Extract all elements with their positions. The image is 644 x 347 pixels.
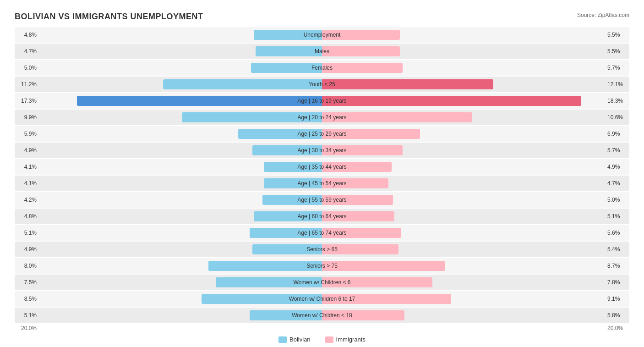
bars-center: Women w/ Children < 18: [38, 309, 606, 322]
bar-row: 11.2% Youth < 25 12.1%: [15, 77, 629, 92]
bar-left: [238, 129, 322, 139]
bar-pair: Age | 60 to 64 years: [38, 210, 606, 223]
bar-row: 5.1% Age | 65 to 74 years 5.6%: [15, 225, 629, 241]
bars-center: Age | 65 to 74 years: [38, 226, 606, 239]
bars-center: Age | 35 to 44 years: [38, 160, 606, 173]
bar-pair: Women w/ Children < 6: [38, 276, 606, 289]
bars-center: Age | 25 to 29 years: [38, 127, 606, 140]
bar-pair: Seniors > 75: [38, 259, 606, 272]
bars-center: Unemployment: [38, 28, 606, 41]
legend-bolivian-label: Bolivian: [289, 336, 311, 343]
right-value: 8.7%: [606, 263, 629, 269]
bar-left: [216, 277, 322, 287]
legend: Bolivian Immigrants: [15, 336, 629, 343]
bar-right: [322, 277, 432, 287]
bars-center: Women w/ Children < 6: [38, 276, 606, 289]
left-value: 11.2%: [15, 81, 38, 88]
bar-left: [251, 63, 322, 73]
right-value: 5.1%: [606, 213, 629, 220]
axis-left: 20.0%: [15, 325, 38, 331]
bars-center: Age | 45 to 54 years: [38, 177, 606, 190]
bar-right: [322, 145, 403, 155]
bars-center: Age | 20 to 24 years: [38, 111, 606, 124]
bar-left: [163, 79, 322, 89]
bar-pair: Age | 16 to 19 years: [38, 94, 606, 107]
right-value: 5.8%: [606, 312, 629, 319]
bar-row: 17.3% Age | 16 to 19 years 18.3%: [15, 93, 629, 109]
bar-right: [322, 46, 400, 56]
bar-row: 4.1% Age | 45 to 54 years 4.7%: [15, 176, 629, 191]
right-value: 18.3%: [606, 98, 629, 104]
bars-center: Age | 55 to 59 years: [38, 193, 606, 206]
chart-area: 4.8% Unemployment 5.5% 4.7% Males 5.5% 5…: [15, 27, 629, 323]
bar-pair: Age | 45 to 54 years: [38, 177, 606, 190]
bars-center: Age | 16 to 19 years: [38, 94, 606, 107]
right-value: 9.1%: [606, 296, 629, 302]
legend-immigrants: Immigrants: [325, 336, 366, 343]
bar-right: [322, 211, 394, 221]
bar-right: [322, 294, 451, 304]
bar-pair: Age | 30 to 34 years: [38, 144, 606, 157]
left-value: 5.9%: [15, 131, 38, 137]
bar-row: 4.2% Age | 55 to 59 years 5.0%: [15, 192, 629, 208]
left-value: 7.5%: [15, 279, 38, 286]
bar-left: [202, 294, 322, 304]
bar-pair: Females: [38, 61, 606, 74]
bar-row: 5.9% Age | 25 to 29 years 6.9%: [15, 126, 629, 142]
bar-right: [322, 261, 445, 271]
bar-right: [322, 162, 392, 172]
bars-center: Seniors > 75: [38, 259, 606, 272]
bar-pair: Women w/ Children < 18: [38, 309, 606, 322]
bar-row: 4.8% Age | 60 to 64 years 5.1%: [15, 209, 629, 224]
bar-left: [264, 162, 322, 172]
bar-row: 4.1% Age | 35 to 44 years 4.9%: [15, 159, 629, 175]
bar-right: [322, 129, 420, 139]
right-value: 5.6%: [606, 230, 629, 236]
bars-center: Age | 60 to 64 years: [38, 210, 606, 223]
left-value: 4.8%: [15, 32, 38, 38]
legend-immigrants-label: Immigrants: [336, 336, 366, 343]
left-value: 4.2%: [15, 197, 38, 203]
bars-center: Age | 30 to 34 years: [38, 144, 606, 157]
bar-left: [208, 261, 322, 271]
bar-left: [256, 46, 322, 56]
right-value: 4.7%: [606, 180, 629, 187]
bar-pair: Seniors > 65: [38, 243, 606, 256]
chart-source: Source: ZipAtlas.com: [577, 12, 629, 18]
right-value: 4.9%: [606, 164, 629, 170]
left-value: 4.7%: [15, 48, 38, 55]
bar-right: [322, 228, 401, 238]
right-value: 5.7%: [606, 147, 629, 154]
bar-row: 5.1% Women w/ Children < 18 5.8%: [15, 308, 629, 323]
bar-right: [322, 112, 472, 122]
left-value: 8.5%: [15, 296, 38, 302]
left-value: 5.1%: [15, 312, 38, 319]
legend-bolivian-box: [278, 336, 287, 343]
legend-bolivian: Bolivian: [278, 336, 311, 343]
right-value: 10.6%: [606, 114, 629, 121]
bar-left: [254, 211, 322, 221]
bar-pair: Age | 35 to 44 years: [38, 160, 606, 173]
right-value: 5.5%: [606, 32, 629, 38]
bar-row: 9.9% Age | 20 to 24 years 10.6%: [15, 110, 629, 125]
bars-center: Males: [38, 45, 606, 58]
bar-pair: Age | 20 to 24 years: [38, 111, 606, 124]
bar-left: [77, 96, 322, 106]
bar-pair: Age | 65 to 74 years: [38, 226, 606, 239]
right-value: 5.4%: [606, 246, 629, 253]
bar-right: [322, 310, 404, 320]
bar-row: 8.0% Seniors > 75 8.7%: [15, 258, 629, 274]
left-value: 4.8%: [15, 213, 38, 220]
bar-row: 4.9% Age | 30 to 34 years 5.7%: [15, 143, 629, 158]
bar-left: [252, 145, 322, 155]
bar-row: 7.5% Women w/ Children < 6 7.8%: [15, 275, 629, 290]
chart-header: BOLIVIAN VS IMMIGRANTS UNEMPLOYMENT Sour…: [15, 12, 629, 22]
bar-left: [254, 30, 322, 40]
left-value: 4.1%: [15, 164, 38, 170]
bar-right: [322, 178, 388, 188]
right-value: 7.8%: [606, 279, 629, 286]
bar-pair: Unemployment: [38, 28, 606, 41]
bar-row: 4.7% Males 5.5%: [15, 44, 629, 59]
bar-pair: Age | 55 to 59 years: [38, 193, 606, 206]
bar-row: 4.8% Unemployment 5.5%: [15, 27, 629, 43]
